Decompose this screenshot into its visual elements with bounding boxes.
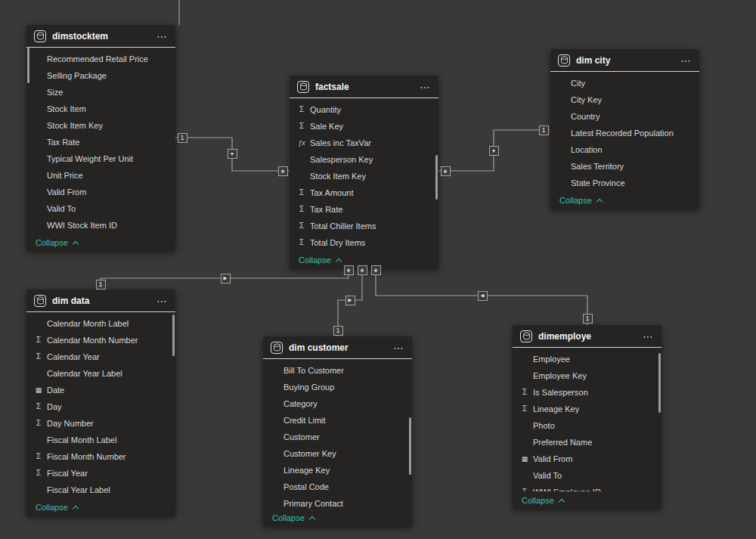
field-row[interactable]: Buying Group	[263, 379, 412, 395]
field-row[interactable]: City Key	[550, 91, 699, 108]
field-row[interactable]: Employee	[513, 351, 662, 367]
table-header[interactable]: dimstocktem⋯	[26, 25, 175, 48]
table-menu-button[interactable]: ⋯	[393, 342, 404, 354]
table-menu-button[interactable]: ⋯	[680, 54, 692, 67]
field-row[interactable]: Calendar Year Label	[26, 365, 175, 382]
field-row[interactable]: ▦Valid From	[513, 451, 662, 467]
cardinality-marker-arrow-down[interactable]: ▼	[228, 149, 237, 159]
field-row[interactable]: Typical Weight Per Unit	[26, 150, 175, 167]
field-row[interactable]: ΣDay Number	[26, 415, 175, 432]
field-row[interactable]: ΣTotal Chiller Items	[290, 218, 438, 234]
field-row[interactable]: Lineage Key	[263, 462, 412, 479]
table-header[interactable]: dim customer⋯	[263, 336, 412, 359]
cardinality-marker-one[interactable]: 1	[333, 326, 343, 336]
table-card-factsale[interactable]: factsale⋯ΣQuantityΣSale KeyƒxSales inc T…	[290, 76, 438, 269]
field-row[interactable]: Tax Rate	[26, 134, 175, 150]
table-card-dimemploye[interactable]: dimemploye⋯EmployeeEmployee KeyΣIs Sales…	[513, 325, 662, 510]
field-row[interactable]: Size	[26, 84, 175, 101]
table-menu-button[interactable]: ⋯	[420, 81, 431, 93]
field-row[interactable]: ƒxSales inc TaxVar	[290, 135, 438, 151]
scrollbar-thumb[interactable]	[409, 417, 411, 475]
table-card-dim-city[interactable]: dim city⋯CityCity KeyCountryLatest Recor…	[550, 49, 699, 209]
field-row[interactable]: Postal Code	[263, 479, 412, 495]
scrollbar-thumb[interactable]	[172, 314, 175, 356]
field-row[interactable]: Valid From	[26, 184, 175, 200]
field-row[interactable]: Stock Item Key	[26, 117, 175, 134]
field-row[interactable]: Fiscal Month Label	[26, 432, 175, 448]
cardinality-marker-one[interactable]: 1	[96, 280, 106, 290]
field-row[interactable]: WWI Stock Item ID	[26, 217, 175, 234]
field-row[interactable]: State Province	[550, 175, 699, 191]
cardinality-marker-arrow-left[interactable]: ◀	[478, 291, 488, 301]
field-row[interactable]: ΣFiscal Month Number	[26, 448, 175, 465]
field-row[interactable]: Salesperson Key	[290, 151, 438, 168]
field-row[interactable]: Primary Contact	[263, 495, 412, 509]
field-row[interactable]: Customer Key	[263, 445, 412, 462]
field-row[interactable]: ΣSale Key	[290, 118, 438, 135]
scrollbar-thumb[interactable]	[435, 155, 438, 200]
field-row[interactable]: ΣTotal Dry Items	[290, 234, 438, 251]
field-row[interactable]: ΣCalendar Year	[26, 348, 175, 365]
scrollbar-thumb[interactable]	[658, 353, 661, 413]
cardinality-marker-arrow-right[interactable]: ▶	[345, 296, 355, 305]
field-row[interactable]: Selling Package	[26, 67, 175, 84]
field-row[interactable]: Credit Limit	[263, 412, 412, 429]
cardinality-marker-arrow-right[interactable]: ▶	[221, 274, 231, 283]
field-row[interactable]: Fiscal Year Label	[26, 482, 175, 498]
cardinality-marker-one[interactable]: 1	[583, 314, 593, 324]
field-row[interactable]: ΣLineage Key	[513, 401, 662, 417]
collapse-button[interactable]: Collapse	[26, 234, 175, 252]
field-row[interactable]: Calendar Month Label	[26, 315, 175, 332]
field-row[interactable]: Valid To	[26, 200, 175, 217]
field-row[interactable]: Category	[263, 395, 412, 412]
field-row[interactable]: Preferred Name	[513, 434, 662, 451]
table-header[interactable]: dimemploye⋯	[513, 325, 662, 348]
table-card-dimstocktem[interactable]: dimstocktem⋯Recommended Retail PriceSell…	[26, 25, 175, 252]
cardinality-marker-one[interactable]: 1	[539, 125, 549, 135]
field-row[interactable]: ΣCalendar Month Number	[26, 332, 175, 348]
cardinality-marker-many[interactable]: *	[344, 265, 354, 275]
cardinality-marker-many[interactable]: *	[278, 166, 288, 176]
field-row[interactable]: City	[550, 75, 699, 91]
field-row[interactable]: Unit Price	[26, 167, 175, 184]
field-row[interactable]: Latest Recorded Population	[550, 125, 699, 141]
field-row[interactable]: Customer	[263, 429, 412, 445]
chevron-up-icon	[73, 240, 79, 246]
table-header[interactable]: dim data⋯	[26, 290, 175, 312]
field-row[interactable]: Location	[550, 141, 699, 158]
field-row[interactable]: ▦Date	[26, 382, 175, 398]
table-menu-button[interactable]: ⋯	[156, 30, 168, 42]
field-row[interactable]: Recommended Retail Price	[26, 51, 175, 67]
table-header[interactable]: dim city⋯	[550, 49, 699, 72]
collapse-button[interactable]: Collapse	[550, 191, 699, 209]
collapse-button[interactable]: Collapse	[513, 491, 662, 510]
table-header[interactable]: factsale⋯	[290, 76, 438, 98]
scrollbar-thumb[interactable]	[27, 47, 29, 83]
table-card-dim-customer[interactable]: dim customer⋯Bill To CustomerBuying Grou…	[263, 336, 412, 527]
cardinality-marker-many[interactable]: *	[358, 265, 367, 275]
collapse-button[interactable]: Collapse	[26, 498, 175, 516]
field-row[interactable]: Stock Item	[26, 101, 175, 117]
table-menu-button[interactable]: ⋯	[156, 295, 168, 307]
table-card-dim-data[interactable]: dim data⋯Calendar Month LabelΣCalendar M…	[26, 290, 175, 516]
field-row[interactable]: Bill To Customer	[263, 362, 412, 379]
table-menu-button[interactable]: ⋯	[643, 330, 654, 342]
cardinality-marker-many[interactable]: *	[441, 166, 451, 176]
field-row[interactable]: ΣTax Amount	[290, 184, 438, 201]
field-row[interactable]: Stock Item Key	[290, 168, 438, 184]
cardinality-marker-one[interactable]: 1	[178, 133, 187, 143]
field-row[interactable]: ΣQuantity	[290, 101, 438, 118]
cardinality-marker-arrow-down[interactable]: ▼	[489, 146, 499, 156]
field-row[interactable]: ΣFiscal Year	[26, 465, 175, 482]
field-row[interactable]: ΣWWI Employee ID	[513, 484, 662, 491]
field-row[interactable]: Valid To	[513, 467, 662, 484]
field-row[interactable]: Employee Key	[513, 367, 662, 384]
cardinality-marker-many[interactable]: *	[371, 265, 381, 275]
field-row[interactable]: Photo	[513, 417, 662, 434]
field-row[interactable]: Sales Territory	[550, 158, 699, 175]
collapse-button[interactable]: Collapse	[263, 509, 412, 527]
field-row[interactable]: ΣTax Rate	[290, 201, 438, 218]
field-row[interactable]: ΣDay	[26, 398, 175, 415]
field-row[interactable]: ΣIs Salesperson	[513, 384, 662, 401]
field-row[interactable]: Country	[550, 108, 699, 125]
